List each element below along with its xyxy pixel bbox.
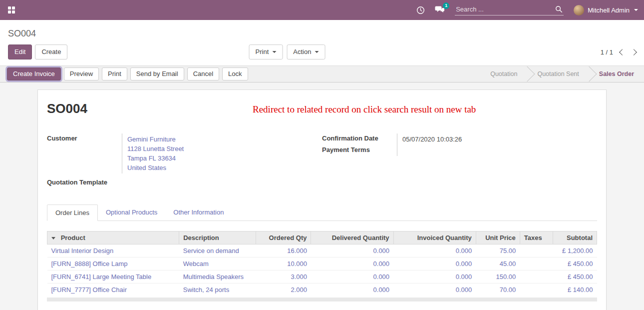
cell-unit-price[interactable]: 70.00 — [476, 284, 520, 296]
cell-ordered-qty[interactable]: 10.000 — [256, 258, 311, 270]
cell-invoiced-qty[interactable]: 0.000 — [393, 258, 476, 270]
cancel-button[interactable]: Cancel — [187, 68, 219, 80]
cell-description[interactable]: Switch, 24 ports — [179, 284, 256, 296]
cell-delivered-qty[interactable]: 0.000 — [311, 258, 393, 270]
navbar-search — [455, 4, 564, 16]
column-header-description[interactable]: Description — [179, 232, 256, 244]
customer-street[interactable]: 1128 Lunetta Street — [127, 144, 322, 154]
cell-delivered-qty[interactable]: 0.000 — [311, 270, 393, 284]
messages-chat-icon[interactable]: 1 — [435, 6, 445, 14]
payment-terms-label: Payment Terms — [322, 145, 397, 154]
search-icon[interactable] — [555, 6, 563, 13]
print-dropdown-button[interactable]: Print — [249, 44, 283, 60]
cell-delivered-qty[interactable]: 0.000 — [311, 244, 393, 258]
column-header-product[interactable]: Product — [47, 232, 179, 244]
cell-unit-price[interactable]: 150.00 — [476, 270, 520, 284]
column-header-taxes[interactable]: Taxes — [520, 232, 553, 244]
statusbar-buttons: Create Invoice Preview Print Send by Ema… — [7, 68, 248, 80]
search-input[interactable] — [456, 6, 555, 13]
payment-terms-row: Payment Terms — [322, 145, 597, 156]
table-row[interactable]: [FURN_8888] Office Lamp Webcam 10.000 0.… — [47, 258, 597, 270]
table-row[interactable]: [FURN_6741] Large Meeting Table Multimed… — [47, 270, 597, 284]
user-name: Mitchell Admin — [588, 6, 630, 14]
table-row[interactable]: Virtual Interior Design Service on deman… — [47, 244, 597, 258]
cell-taxes[interactable] — [520, 258, 553, 270]
top-navbar: 1 Mitchell Admin — [0, 0, 644, 20]
confirmation-date-value: 05/07/2020 10:03:26 — [397, 134, 597, 145]
column-header-subtotal[interactable]: Subtotal — [553, 232, 597, 244]
action-dropdown-label: Action — [293, 48, 311, 56]
control-panel-left: Edit Create — [8, 44, 67, 60]
navbar-right: 1 Mitchell Admin — [416, 4, 638, 16]
cell-subtotal[interactable]: £ 140.00 — [553, 284, 597, 296]
tab-other-information[interactable]: Other Information — [165, 204, 232, 220]
status-pipeline: Quotation Quotation Sent Sales Order — [482, 66, 644, 82]
quotation-template-row: Quotation Template — [47, 178, 322, 188]
cell-description[interactable]: Webcam — [179, 258, 256, 270]
cell-product[interactable]: [FURN_7777] Office Chair — [47, 284, 179, 296]
notebook-tabs: Order Lines Optional Products Other Info… — [47, 204, 597, 221]
avatar — [574, 5, 584, 16]
cell-ordered-qty[interactable]: 3.000 — [256, 270, 311, 284]
status-step-quotation-sent[interactable]: Quotation Sent — [529, 70, 587, 78]
column-header-delivered-quantity[interactable]: Delivered Quantity — [311, 232, 393, 244]
caret-down-icon — [315, 51, 319, 53]
cell-subtotal[interactable]: £ 450.00 — [553, 258, 597, 270]
chevron-separator-icon — [520, 66, 535, 82]
customer-city[interactable]: Tampa FL 33634 — [127, 154, 322, 163]
cell-description[interactable]: Multimedia Speakers — [179, 270, 256, 284]
chevron-right-icon[interactable] — [631, 49, 637, 56]
cell-product[interactable]: [FURN_6741] Large Meeting Table — [47, 270, 179, 284]
column-caret-icon[interactable] — [51, 237, 55, 240]
cell-ordered-qty[interactable]: 16.000 — [256, 244, 311, 258]
pager-value: 1 / 1 — [601, 48, 613, 56]
cell-taxes[interactable] — [520, 270, 553, 284]
cell-delivered-qty[interactable]: 0.000 — [311, 284, 393, 296]
edit-button[interactable]: Edit — [8, 44, 32, 60]
column-header-invoiced-quantity[interactable]: Invoiced Quantity — [393, 232, 476, 244]
action-dropdown-button[interactable]: Action — [287, 44, 325, 60]
cell-unit-price[interactable]: 45.00 — [476, 258, 520, 270]
tab-optional-products[interactable]: Optional Products — [98, 204, 165, 220]
column-header-unit-price[interactable]: Unit Price — [476, 232, 520, 244]
tab-order-lines[interactable]: Order Lines — [47, 204, 98, 221]
chevron-separator-icon — [581, 66, 597, 82]
cell-taxes[interactable] — [520, 244, 553, 258]
quotation-template-label: Quotation Template — [47, 178, 122, 187]
customer-value[interactable]: Gemini Furniture 1128 Lunetta Street Tam… — [122, 134, 322, 174]
cell-invoiced-qty[interactable]: 0.000 — [393, 284, 476, 296]
column-header-ordered-qty[interactable]: Ordered Qty — [256, 232, 311, 244]
status-step-sales-order[interactable]: Sales Order — [591, 70, 642, 78]
cell-description[interactable]: Service on demand — [179, 244, 256, 258]
control-panel-center: Print Action — [249, 44, 325, 60]
field-groups: Customer Gemini Furniture 1128 Lunetta S… — [47, 134, 597, 188]
send-by-email-button[interactable]: Send by Email — [130, 68, 184, 80]
cell-taxes[interactable] — [520, 284, 553, 296]
cell-product[interactable]: Virtual Interior Design — [47, 244, 179, 258]
preview-button[interactable]: Preview — [64, 68, 99, 80]
message-count-badge: 1 — [443, 2, 449, 9]
print-button[interactable]: Print — [102, 68, 127, 80]
cell-subtotal[interactable]: £ 450.00 — [553, 270, 597, 284]
right-field-group: Confirmation Date 05/07/2020 10:03:26 Pa… — [322, 134, 597, 188]
customer-name-link[interactable]: Gemini Furniture — [127, 134, 322, 144]
customer-country[interactable]: United States — [127, 163, 322, 172]
caret-down-icon — [272, 51, 276, 53]
table-row[interactable]: [FURN_7777] Office Chair Switch, 24 port… — [47, 284, 597, 296]
cell-invoiced-qty[interactable]: 0.000 — [393, 244, 476, 258]
create-invoice-button[interactable]: Create Invoice — [7, 68, 61, 80]
chevron-left-icon[interactable] — [619, 49, 626, 56]
cell-product[interactable]: [FURN_8888] Office Lamp — [47, 258, 179, 270]
cell-unit-price[interactable]: 75.00 — [476, 244, 520, 258]
cell-ordered-qty[interactable]: 2.000 — [256, 284, 311, 296]
user-menu[interactable]: Mitchell Admin — [574, 5, 638, 16]
table-header-row: Product Description Ordered Qty Delivere… — [47, 232, 597, 244]
lock-button[interactable]: Lock — [222, 68, 248, 80]
activities-clock-icon[interactable] — [416, 6, 425, 14]
sheet-header: SO004 Redirect to related record on clic… — [47, 101, 597, 116]
create-button[interactable]: Create — [35, 44, 67, 60]
cell-subtotal[interactable]: £ 1,200.00 — [553, 244, 597, 258]
apps-menu-icon[interactable] — [8, 6, 11, 10]
cell-invoiced-qty[interactable]: 0.000 — [393, 270, 476, 284]
confirmation-date-label: Confirmation Date — [322, 134, 397, 143]
